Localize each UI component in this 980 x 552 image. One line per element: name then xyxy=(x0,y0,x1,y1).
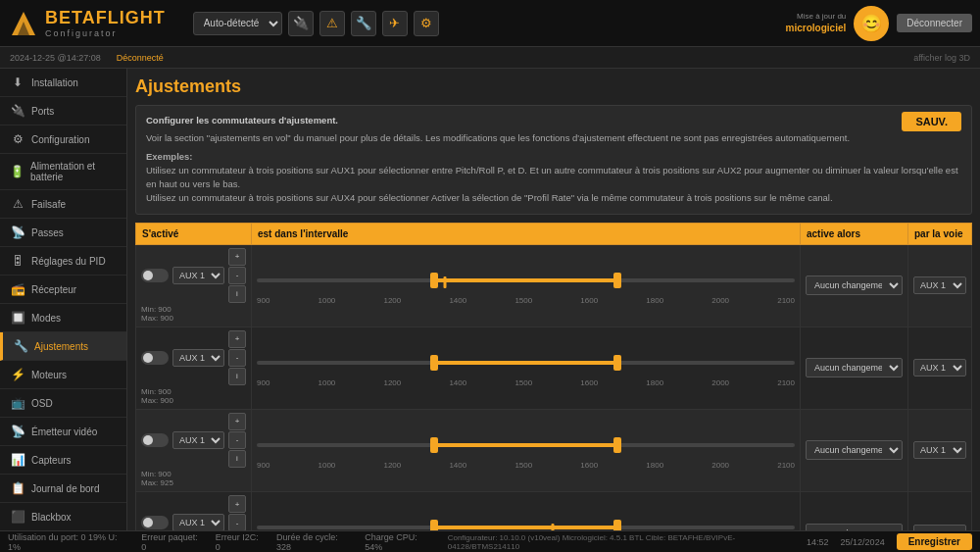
info-range-btn[interactable]: i xyxy=(228,368,246,385)
aux-right-cell: AUX 1 AUX 2AUX 3AUX 4 xyxy=(908,326,972,409)
status-dropdown[interactable]: Aucun changement Taux PID Profil PID xyxy=(806,358,903,377)
status-dropdown[interactable]: Aucun changement Taux PID Profil PID xyxy=(806,524,903,530)
drone-icon: ✈ xyxy=(382,11,408,36)
config-info: Configurateur: 10.10.0 (v10veal) Microlo… xyxy=(448,533,795,551)
table-header: S'activé est dans l'intervalle active al… xyxy=(136,223,972,244)
col-header-status: active alors xyxy=(801,223,908,244)
table-row: AUX 1 AUX 2AUX 3AUX 4 + - i Min: 900Max:… xyxy=(136,326,972,409)
port-usage: Utilisation du port: 0 19% U: 1% xyxy=(8,532,129,552)
sidebar-item-receiver[interactable]: 📻 Récepteur xyxy=(0,276,126,304)
aux-select-left[interactable]: AUX 1 AUX 2AUX 3AUX 4 xyxy=(172,431,224,449)
bottom-time: 14:52 xyxy=(807,537,829,547)
disconnect-button[interactable]: Déconnecter xyxy=(897,14,972,32)
pid-icon: 🎛 xyxy=(10,254,25,268)
range-cell: 90010001200140015001600180020002100 xyxy=(252,409,801,491)
remove-range-btn[interactable]: - xyxy=(228,431,246,449)
save-bottom-button[interactable]: Enregistrer xyxy=(897,533,972,550)
connect-section: Mise à jour du micrologiciel 😊 Déconnect… xyxy=(786,6,972,41)
status-bar: 2024-12-25 @14:27:08 Déconnecté afficher… xyxy=(0,47,980,69)
aux-select-left[interactable]: AUX 1 AUX 2AUX 3AUX 4 xyxy=(172,267,224,284)
range-cell: 90010001200140015001600180020002100 xyxy=(252,244,801,326)
save-top-button[interactable]: SAUV. xyxy=(902,112,961,131)
sidebar-item-adjustments[interactable]: 🔧 Ajustements xyxy=(0,332,126,361)
sidebar-item-config[interactable]: ⚙ Configuration xyxy=(0,125,126,154)
col-header-aux: par la voie xyxy=(908,223,972,244)
aux-select-right[interactable]: AUX 1 AUX 2AUX 3AUX 4 xyxy=(913,441,966,459)
info-box: SAUV. Configurer les commutateurs d'ajus… xyxy=(135,105,972,215)
aux-select-right[interactable]: AUX 1 AUX 2AUX 3AUX 4 xyxy=(913,276,966,294)
remove-range-btn[interactable]: - xyxy=(228,349,246,367)
aux-right-cell: AUX 1 AUX 2AUX 3AUX 4 xyxy=(908,409,972,491)
range-cell: 90010001200140015001600180020002100 xyxy=(252,492,801,530)
info-range-btn[interactable]: i xyxy=(228,450,246,468)
connect-icon[interactable]: 🔌 xyxy=(288,11,314,36)
status-date: 2024-12-25 @14:27:08 xyxy=(10,53,101,63)
osd-icon: 📺 xyxy=(10,396,25,410)
toggle-switch[interactable] xyxy=(141,351,169,365)
tools-icon[interactable]: 🔧 xyxy=(351,11,376,36)
info-example2: Utilisez un commutateur à trois position… xyxy=(146,191,961,205)
warning-icon: ⚠ xyxy=(319,11,345,36)
sidebar-item-installation[interactable]: ⬇ Installation xyxy=(0,69,126,97)
bottom-bar: Utilisation du port: 0 19% U: 1% Erreur … xyxy=(0,530,980,552)
toggle-switch[interactable] xyxy=(141,433,169,447)
vtx-icon: 📡 xyxy=(10,425,25,438)
remove-range-btn[interactable]: - xyxy=(228,267,246,284)
status-dropdown[interactable]: Aucun changement Taux PID Profil PID xyxy=(806,276,903,295)
add-range-btn[interactable]: + xyxy=(228,248,246,266)
table-body: AUX 1 AUX 2AUX 3AUX 4 + - i Min: 900Max:… xyxy=(136,244,972,530)
sidebar-item-motors[interactable]: ⚡ Moteurs xyxy=(0,361,126,389)
craft-info: Mise à jour du micrologiciel xyxy=(786,11,847,35)
page-title: Ajustements xyxy=(135,76,972,97)
bottom-right: Configurateur: 10.10.0 (v10veal) Microlo… xyxy=(448,533,972,551)
app-subtitle: Configurator xyxy=(45,28,166,38)
adjustments-icon: 🔧 xyxy=(13,339,28,353)
sidebar-item-osd[interactable]: 📺 OSD xyxy=(0,389,126,418)
sidebar-item-ports[interactable]: 🔌 Ports xyxy=(0,97,126,125)
status-cell: Aucun changement Taux PID Profil PID xyxy=(801,409,908,491)
aux-select-right[interactable]: AUX 1 AUX 2AUX 3AUX 4 xyxy=(913,525,966,530)
enable-cell: AUX 1 AUX 2AUX 3AUX 4 + - i Min: 900Max:… xyxy=(136,492,252,530)
sidebar-item-blackbox[interactable]: ⬛ Blackbox xyxy=(0,503,126,530)
error-i2c: Erreur I2C: 0 xyxy=(216,532,265,552)
status-cell: Aucun changement Taux PID Profil PID xyxy=(801,492,908,530)
content-area: Ajustements SAUV. Configurer les commuta… xyxy=(127,69,980,530)
logo: BETAFLIGHT Configurator xyxy=(8,8,166,39)
port-selector[interactable]: Auto-détecté xyxy=(193,12,282,35)
aux-select-left[interactable]: AUX 1 AUX 2AUX 3AUX 4 xyxy=(172,514,224,530)
sensors-icon: 📊 xyxy=(10,453,25,467)
sidebar-item-log[interactable]: 📋 Journal de bord xyxy=(0,475,126,503)
betaflight-logo-icon xyxy=(8,8,39,39)
bottom-date: 25/12/2024 xyxy=(841,537,885,547)
receiver-icon: 📻 xyxy=(10,282,25,296)
modes-icon: 🔲 xyxy=(10,311,25,325)
sidebar-item-power[interactable]: 🔋 Alimentation et batterie xyxy=(0,154,126,190)
toggle-switch[interactable] xyxy=(141,516,169,529)
settings-icon[interactable]: ⚙ xyxy=(414,11,439,36)
table-row: AUX 1 AUX 2AUX 3AUX 4 + - i Min: 900Max:… xyxy=(136,492,972,530)
aux-select-right[interactable]: AUX 1 AUX 2AUX 3AUX 4 xyxy=(913,359,966,376)
status-dropdown[interactable]: Aucun changement Taux PID Profil PID xyxy=(806,440,903,460)
add-range-btn[interactable]: + xyxy=(228,330,246,348)
sidebar-item-vtx[interactable]: 📡 Émetteur vidéo xyxy=(0,418,126,446)
aux-select-left[interactable]: AUX 1 AUX 2AUX 3AUX 4 xyxy=(172,349,224,367)
info-range-btn[interactable]: i xyxy=(228,285,246,303)
app-title: BETAFLIGHT xyxy=(45,8,166,28)
sidebar-item-pid[interactable]: 🎛 Réglages du PID xyxy=(0,247,126,276)
power-icon: 🔋 xyxy=(10,165,24,178)
add-range-btn[interactable]: + xyxy=(228,495,246,513)
toggle-switch[interactable] xyxy=(141,269,169,282)
status-text: Déconnecté xyxy=(117,53,164,63)
info-examples-label: Exemples: xyxy=(146,150,961,164)
aux-right-cell: AUX 1 AUX 2AUX 3AUX 4 xyxy=(908,244,972,326)
remove-range-btn[interactable]: - xyxy=(228,514,246,530)
error-paquet: Erreur paquet: 0 xyxy=(141,532,204,552)
add-range-btn[interactable]: + xyxy=(228,413,246,430)
col-header-enable: S'activé xyxy=(136,223,252,244)
status-cell: Aucun changement Taux PID Profil PID xyxy=(801,326,908,409)
sidebar-item-failsafe[interactable]: ⚠ Failsafe xyxy=(0,190,126,219)
sidebar-item-sensors[interactable]: 📊 Capteurs xyxy=(0,446,126,475)
sidebar-item-passes[interactable]: 📡 Passes xyxy=(0,219,126,247)
aux-right-cell: AUX 1 AUX 2AUX 3AUX 4 xyxy=(908,492,972,530)
sidebar-item-modes[interactable]: 🔲 Modes xyxy=(0,304,126,332)
